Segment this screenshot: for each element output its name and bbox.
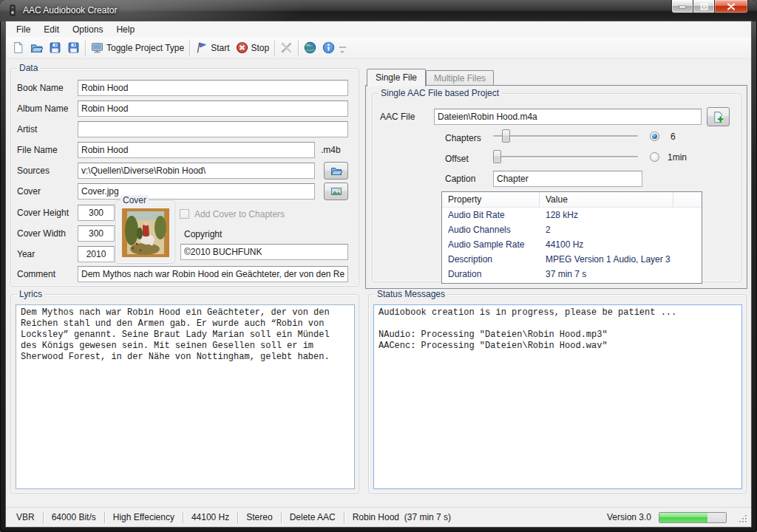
version-label: Version 3.0 (607, 512, 651, 522)
minimize-button[interactable] (671, 0, 693, 13)
table-row[interactable]: Description MPEG Version 1 Audio, Layer … (442, 252, 702, 267)
menu-edit[interactable]: Edit (37, 22, 66, 37)
table-header-value[interactable]: Value (540, 192, 673, 207)
aac-file-field[interactable] (434, 109, 702, 125)
table-row[interactable]: Audio Bit Rate 128 kHz (442, 208, 702, 222)
toggle-project-type-button[interactable]: Toggle Project Type (88, 39, 187, 56)
save-project-button[interactable] (46, 39, 64, 56)
stop-button[interactable]: Stop (233, 39, 273, 56)
browse-cover-button[interactable] (324, 183, 348, 200)
table-cell-property: Duration (442, 267, 540, 282)
new-project-button[interactable] (9, 39, 27, 56)
status-current-book: Robin Hood (37 min 7 s) (344, 512, 459, 522)
artist-field[interactable] (78, 121, 348, 137)
status-messages-panel: Status Messages Audiobook creation is in… (368, 294, 747, 494)
caption-field[interactable] (493, 171, 642, 187)
about-button[interactable] (319, 39, 338, 56)
statusbar: VBR 64000 Bit/s High Effeciency 44100 Hz… (6, 507, 751, 527)
maximize-button[interactable] (693, 0, 714, 13)
cover-width-field[interactable] (78, 225, 115, 242)
add-aac-file-button[interactable] (707, 107, 730, 126)
toolbar: Toggle Project Type Start Stop (6, 37, 751, 59)
table-row[interactable]: Audio Channels 2 (442, 222, 702, 237)
app-window: AAC Audiobook Creator File Edit Options … (0, 0, 757, 532)
sources-label: Sources (17, 166, 50, 176)
save-as-icon (67, 41, 80, 54)
cover-field[interactable] (78, 183, 315, 200)
tab-single-file[interactable]: Single File (367, 69, 426, 86)
start-button[interactable]: Start (192, 39, 232, 56)
table-row[interactable]: Duration 37 min 7 s (442, 267, 702, 282)
table-header-row: Property Value (442, 192, 702, 208)
table-cell-property: Audio Sample Rate (442, 237, 540, 252)
titlebar[interactable]: AAC Audiobook Creator (0, 0, 757, 21)
close-button[interactable] (714, 0, 748, 13)
chapters-slider[interactable] (493, 129, 638, 143)
status-channels: Stereo (238, 512, 280, 522)
chapters-radio[interactable] (650, 132, 659, 141)
resize-grip[interactable] (737, 513, 747, 522)
website-button[interactable] (301, 39, 319, 56)
project-tabs: Single File Multiple Files (367, 69, 494, 86)
table-cell-property: Audio Channels (442, 222, 540, 237)
lyrics-textarea[interactable]: Dem Mythos nach war Robin Hood ein Geäch… (16, 304, 355, 489)
menu-options[interactable]: Options (66, 22, 109, 37)
info-icon (322, 41, 335, 54)
table-cell-value: 44100 Hz (540, 237, 702, 252)
settings-button[interactable] (277, 39, 296, 56)
year-field[interactable] (78, 246, 115, 262)
offset-slider[interactable] (493, 150, 638, 163)
sources-field[interactable] (78, 163, 315, 179)
status-vbr: VBR (16, 512, 43, 522)
add-file-icon (712, 111, 724, 123)
toolbar-separator (189, 40, 190, 56)
file-name-label: File Name (17, 145, 58, 155)
cover-height-field[interactable] (78, 205, 115, 221)
status-messages-textarea[interactable]: Audiobook creation is in progress, pleas… (373, 304, 742, 489)
artist-label: Artist (17, 124, 37, 134)
image-icon (330, 185, 342, 197)
menu-help[interactable]: Help (109, 22, 141, 37)
toolbar-separator (298, 40, 299, 56)
add-cover-to-chapters-label: Add Cover to Chapters (194, 209, 285, 219)
app-icon (7, 4, 18, 16)
cover-width-label: Cover Width (17, 228, 66, 239)
open-folder-icon (30, 41, 43, 54)
table-row[interactable]: Audio Sample Rate 44100 Hz (442, 237, 702, 252)
status-delete-aac: Delete AAC (282, 512, 344, 522)
add-cover-to-chapters-checkbox[interactable] (180, 209, 189, 219)
tab-multiple-files[interactable]: Multiple Files (426, 70, 494, 86)
offset-slider-thumb[interactable] (493, 150, 501, 163)
copyright-field[interactable] (180, 244, 348, 260)
data-panel-title: Data (17, 63, 40, 73)
chapters-slider-thumb[interactable] (502, 129, 510, 143)
status-bitrate: 64000 Bit/s (44, 512, 104, 522)
monitor-icon (91, 41, 103, 54)
toolbar-overflow-icon[interactable] (339, 47, 346, 57)
year-label: Year (17, 249, 35, 259)
table-cell-property: Description (442, 252, 540, 267)
cover-preview-group: Cover (115, 200, 175, 264)
status-samplerate: 44100 Hz (183, 512, 237, 522)
client-area: File Edit Options Help Toggle Project Ty… (6, 21, 751, 527)
toolbar-separator (274, 40, 275, 56)
properties-table[interactable]: Property Value Audio Bit Rate 128 kHz Au… (441, 191, 702, 284)
comment-field[interactable] (78, 266, 348, 282)
book-name-field[interactable] (78, 80, 348, 96)
open-project-button[interactable] (27, 39, 46, 56)
lyrics-title: Lyrics (17, 289, 44, 299)
chapters-label: Chapters (445, 133, 481, 143)
menu-file[interactable]: File (10, 22, 37, 37)
close-icon (727, 3, 736, 10)
file-extension-label: .m4b (321, 145, 341, 155)
file-name-field[interactable] (78, 142, 315, 158)
offset-value: 1min (668, 152, 687, 163)
window-controls (671, 0, 748, 13)
progress-bar (659, 512, 727, 523)
table-header-property[interactable]: Property (442, 192, 540, 207)
save-as-button[interactable] (64, 39, 83, 56)
offset-radio[interactable] (650, 152, 659, 162)
table-header-filler (673, 192, 702, 207)
album-name-field[interactable] (78, 100, 348, 117)
browse-sources-button[interactable] (324, 162, 348, 180)
